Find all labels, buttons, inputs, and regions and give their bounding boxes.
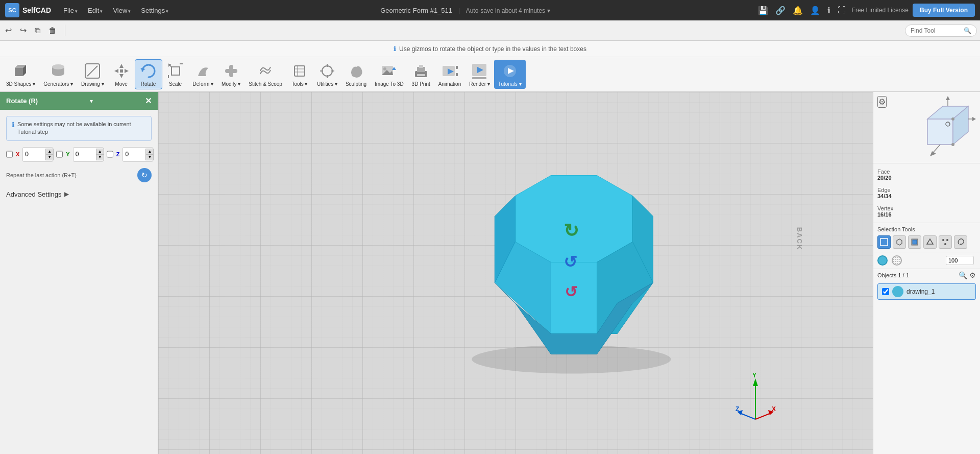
3d-cube-viewer[interactable]	[915, 96, 976, 159]
share-icon[interactable]: 🔗	[775, 6, 786, 15]
svg-point-5	[52, 64, 64, 69]
tool-deform[interactable]: Deform ▾	[189, 60, 218, 89]
z-input[interactable]	[125, 151, 145, 158]
tool-3d-shapes[interactable]: 3D Shapes ▾	[2, 60, 39, 89]
notification-icon[interactable]: 🔔	[793, 6, 803, 15]
select-vertices-btn[interactable]	[939, 235, 952, 249]
panel-dropdown-arrow[interactable]: ▾	[90, 98, 93, 105]
x-down-button[interactable]: ▼	[45, 154, 54, 160]
tool-tutorials[interactable]: Tutorials ▾	[494, 60, 526, 89]
svg-rect-88	[880, 238, 888, 246]
opacity-input[interactable]	[946, 256, 974, 265]
tool-rotate[interactable]: Rotate	[135, 59, 162, 89]
find-tool-search[interactable]: 🔍	[905, 25, 977, 37]
x-checkbox[interactable]	[6, 151, 13, 158]
svg-marker-84	[930, 151, 936, 156]
buy-full-version-button[interactable]: Buy Full Version	[913, 4, 975, 17]
objects-search-btn[interactable]: 🔍	[959, 271, 967, 279]
z-label: Z	[116, 151, 120, 157]
duplicate-button[interactable]: ⧉	[33, 25, 42, 36]
advanced-settings-arrow: ▶	[64, 190, 69, 198]
tool-stitch-scoop[interactable]: Stitch & Scoop	[244, 60, 286, 89]
object-item[interactable]: drawing_1	[877, 283, 976, 300]
repeat-button[interactable]: ↻	[137, 168, 152, 182]
user-icon[interactable]: 👤	[810, 6, 820, 15]
wireframe-button[interactable]	[892, 255, 902, 266]
license-text: Free Limited License	[852, 7, 909, 14]
coord-row: X ▲ ▼ Y ▲ ▼ Z	[6, 147, 152, 162]
viewport-settings-gear[interactable]: ⚙	[877, 96, 887, 108]
warning-icon: ℹ	[12, 121, 14, 130]
object-color-button[interactable]	[877, 255, 888, 266]
tool-move[interactable]: Move	[108, 60, 135, 89]
redo-button[interactable]: ↪	[18, 25, 29, 36]
x-input[interactable]	[25, 151, 45, 158]
select-cube-btn[interactable]	[893, 235, 906, 249]
svg-rect-41	[456, 73, 458, 76]
svg-point-95	[944, 243, 946, 245]
y-checkbox[interactable]	[56, 151, 63, 158]
undo-button[interactable]: ↩	[3, 25, 14, 36]
svg-marker-8	[119, 64, 124, 68]
svg-marker-80	[946, 96, 950, 100]
objects-settings-btn[interactable]: ⚙	[969, 271, 976, 279]
panel-header: Rotate (R) ▾ ✕	[0, 92, 158, 110]
svg-marker-10	[114, 69, 118, 73]
svg-rect-40	[456, 66, 458, 69]
svg-marker-9	[119, 74, 124, 78]
select-lasso-btn[interactable]	[954, 235, 967, 249]
tool-image-to-3d[interactable]: Image To 3D	[371, 60, 408, 89]
back-annotation: BACK	[796, 227, 804, 251]
svg-marker-92	[927, 239, 933, 244]
y-input[interactable]	[76, 151, 96, 158]
svg-text:X: X	[772, 405, 776, 413]
tool-tools[interactable]: Tools ▾	[286, 60, 313, 89]
menu-settings[interactable]: Settings▾	[137, 5, 173, 16]
menu-file[interactable]: File▾	[59, 5, 82, 16]
save-icon[interactable]: 💾	[758, 6, 768, 15]
fullscreen-icon[interactable]: ⛶	[838, 6, 846, 15]
edge-count: 34/34	[877, 193, 892, 199]
delete-button[interactable]: 🗑	[46, 25, 59, 36]
face-info: Face 20/20	[877, 169, 892, 181]
x-up-button[interactable]: ▲	[45, 149, 54, 155]
edge-info: Edge 34/34	[877, 187, 892, 199]
menu-edit[interactable]: Edit▾	[84, 5, 107, 16]
tool-sculpting[interactable]: Sculpting	[341, 60, 371, 89]
panel-close-button[interactable]: ✕	[145, 96, 152, 106]
tool-scale[interactable]: Scale	[162, 60, 189, 89]
menu-view[interactable]: View▾	[109, 5, 135, 16]
y-label: Y	[66, 151, 69, 157]
panel-title: Rotate (R)	[6, 97, 38, 105]
svg-marker-89	[897, 239, 902, 245]
tool-3d-print[interactable]: 3D Print	[408, 60, 434, 89]
svg-rect-12	[120, 69, 123, 73]
z-down-button[interactable]: ▼	[145, 154, 154, 160]
info-icon[interactable]: ℹ	[827, 6, 830, 15]
tool-generators[interactable]: Generators ▾	[39, 60, 77, 89]
select-faces-btn[interactable]	[908, 235, 921, 249]
select-edges-btn[interactable]	[923, 235, 937, 249]
tool-utilities[interactable]: Utilities ▾	[313, 60, 341, 89]
svg-rect-44	[472, 77, 486, 79]
tool-drawing[interactable]: Drawing ▾	[77, 60, 108, 89]
advanced-settings[interactable]: Advanced Settings ▶	[6, 190, 152, 198]
y-down-button[interactable]: ▼	[96, 154, 104, 160]
object-color-swatch	[892, 286, 903, 297]
z-checkbox[interactable]	[107, 151, 113, 158]
tool-modify[interactable]: Modify ▾	[217, 60, 244, 89]
svg-rect-36	[419, 65, 423, 68]
find-tool-input[interactable]	[911, 27, 962, 34]
x-label: X	[16, 151, 19, 157]
z-up-button[interactable]: ▲	[145, 149, 154, 155]
svg-point-93	[942, 239, 944, 241]
svg-line-7	[87, 66, 97, 76]
select-box-btn[interactable]	[877, 235, 891, 249]
object-checkbox[interactable]	[882, 288, 889, 295]
selection-tools-row	[877, 235, 976, 249]
tool-animation[interactable]: Animation	[434, 60, 465, 89]
svg-rect-21	[295, 66, 305, 76]
y-up-button[interactable]: ▲	[96, 149, 104, 155]
objects-label: Objects 1 / 1	[877, 272, 909, 278]
tool-render[interactable]: Render ▾	[465, 60, 494, 89]
